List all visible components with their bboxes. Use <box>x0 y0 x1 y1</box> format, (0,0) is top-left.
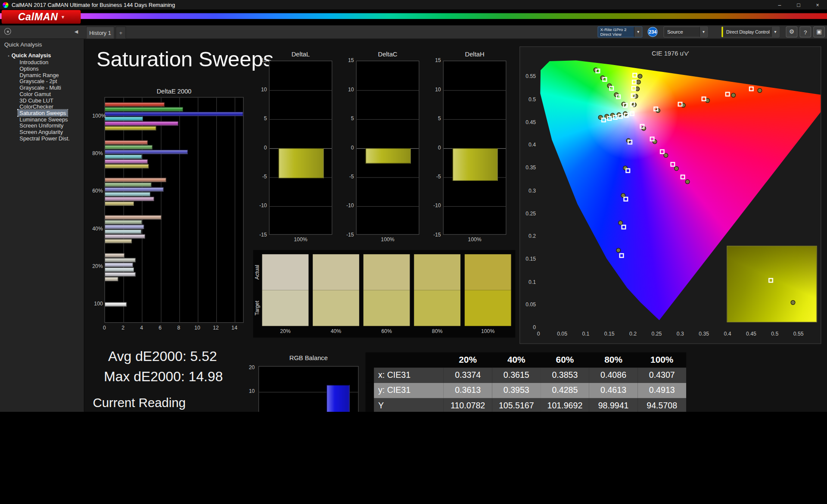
de-bar <box>105 220 142 224</box>
delta-bar <box>366 148 411 163</box>
gridline <box>357 177 419 177</box>
cie-y-tick: 0.35 <box>521 165 536 170</box>
y-tick-label: 20 <box>240 364 255 370</box>
sidebar-item-spectral-power-dist[interactable]: Spectral Power Dist. <box>0 135 84 141</box>
target-point-blue <box>628 140 632 145</box>
avg-de2000-value: 5.52 <box>190 348 217 364</box>
inset-measured-point <box>791 300 796 305</box>
y-tick-label: -10 <box>429 202 441 208</box>
cie-1976-chart: CIE 1976 u'v' 000.050.050.10.10.150.150.… <box>519 47 821 344</box>
tab-history-1[interactable]: History 1 <box>86 26 115 38</box>
target-swatch-60 <box>364 290 410 326</box>
target-point-red <box>702 96 706 101</box>
cie-x-tick: 0.3 <box>672 331 689 336</box>
sidebar-item-label: Grayscale - 2pt <box>18 78 59 84</box>
sidebar-collapse-icon[interactable]: ◀ <box>75 29 78 34</box>
avg-de2000-stat: Avg dE2000: 5.52 <box>108 348 217 364</box>
sidebar-item-colorchecker[interactable]: ColorChecker <box>0 103 84 110</box>
sidebar-root-node[interactable]: ▪Quick Analysis <box>0 52 84 59</box>
current-reading-heading: Current Reading <box>93 395 186 410</box>
cie-x-tick: 0.2 <box>625 331 641 336</box>
workflow-home-button[interactable] <box>4 28 11 35</box>
target-point-blue <box>621 225 626 230</box>
gridline <box>270 119 332 120</box>
table-cell: 0.3613 <box>444 383 492 398</box>
de-bar <box>105 225 144 229</box>
gridline <box>357 119 419 120</box>
app-header: CalMAN ▾ <box>0 9 827 25</box>
y-tick-label: -15 <box>429 232 441 237</box>
white-point <box>630 112 634 116</box>
target-point-cyan <box>624 113 629 118</box>
de-bar <box>105 182 152 187</box>
sidebar-item-label: Grayscale - Multi <box>18 84 63 91</box>
settings-gear-button[interactable]: ⚙ <box>786 26 797 37</box>
target-point-blue <box>619 253 624 258</box>
de-bar <box>105 267 134 271</box>
target-point-green <box>602 77 607 82</box>
row-strip <box>366 398 374 412</box>
de-bar <box>105 192 151 196</box>
deltal-plot <box>269 61 332 235</box>
minimize-button[interactable]: – <box>770 0 789 9</box>
add-tab-button[interactable]: + <box>115 26 126 38</box>
display-layout-button[interactable]: ▣ <box>813 26 825 37</box>
sidebar-tree: IntroductionOptionsDynamic RangeGrayscal… <box>0 59 84 141</box>
target-point-magenta <box>650 137 655 142</box>
target-point-red <box>678 102 682 106</box>
gridline <box>444 90 506 90</box>
target-point-yellow <box>632 73 637 78</box>
target-point-magenta <box>660 149 665 154</box>
group-label-60: 60% <box>92 188 103 193</box>
target-point-cyan <box>612 115 617 120</box>
y-tick-label: 10 <box>342 87 354 92</box>
sidebar-item-options[interactable]: Options <box>0 65 84 72</box>
table-cell: 110.0782 <box>444 398 492 412</box>
sidebar-item-saturation-sweeps[interactable]: Saturation Sweeps <box>0 110 84 116</box>
deltah-plot <box>443 61 507 235</box>
calman-logo-menu[interactable]: CalMAN ▾ <box>2 10 81 24</box>
x-tick-label: 14 <box>229 325 239 330</box>
window-title: CalMAN 2017 CalMAN Ultimate for Business… <box>12 2 175 8</box>
chevron-down-icon: ▾ <box>700 27 707 37</box>
sidebar-item-screen-angularity[interactable]: Screen Angularity <box>0 129 84 135</box>
y-tick-label: 10 <box>240 388 255 394</box>
deltal-chart: DeltaL 151050-5-10-15100% <box>255 51 335 247</box>
sidebar-item-grayscale-multi[interactable]: Grayscale - Multi <box>0 84 84 91</box>
chart-title: RGB Balance <box>258 355 359 362</box>
sidebar-item-3d-cube-lut[interactable]: 3D Cube LUT <box>0 97 84 103</box>
help-button[interactable]: ? <box>799 26 811 37</box>
gridline <box>179 98 180 323</box>
chevron-down-icon: ▾ <box>771 27 779 37</box>
display-control-dropdown[interactable]: Direct Display Control ▾ <box>721 26 780 37</box>
de-bar <box>105 234 145 239</box>
meter-select-dropdown[interactable]: X-Rite i1Pro 2 Direct View ▾ <box>597 26 642 37</box>
row-label: Y <box>374 398 444 412</box>
app-icon <box>3 2 8 7</box>
swatch-column-label: 20% <box>262 328 309 334</box>
sidebar-item-grayscale-2pt[interactable]: Grayscale - 2pt <box>0 78 84 84</box>
maximize-button[interactable]: □ <box>789 0 808 9</box>
y-tick-label: -10 <box>255 202 267 208</box>
target-point-green <box>595 68 600 73</box>
sidebar-item-dynamic-range[interactable]: Dynamic Range <box>0 72 84 78</box>
target-point-red <box>725 92 730 96</box>
sidebar-item-label: 3D Cube LUT <box>18 97 55 103</box>
cie-y-tick: 0.55 <box>521 73 536 79</box>
source-select-dropdown[interactable]: Source ▾ <box>663 26 708 37</box>
close-button[interactable]: × <box>808 0 827 9</box>
target-point-magenta <box>640 124 644 129</box>
sidebar-item-color-gamut[interactable]: Color Gamut <box>0 91 84 97</box>
de-bar <box>105 164 149 168</box>
table-row-y-cie31: y: CIE310.36130.39530.42850.46130.4913 <box>366 383 686 398</box>
actual-row-label: Actual <box>253 254 261 290</box>
y-tick-label: 5 <box>342 115 354 121</box>
sidebar-item-luminance-sweeps[interactable]: Luminance Sweeps <box>0 116 84 122</box>
cie-y-tick: 0.05 <box>521 302 536 307</box>
sidebar-item-screen-uniformity[interactable]: Screen Uniformity <box>0 122 84 129</box>
de-bar <box>105 262 133 267</box>
sidebar-item-introduction[interactable]: Introduction <box>0 59 84 65</box>
row-strip <box>366 367 374 383</box>
target-point-red <box>749 87 754 91</box>
y-tick-label: 15 <box>255 57 267 63</box>
